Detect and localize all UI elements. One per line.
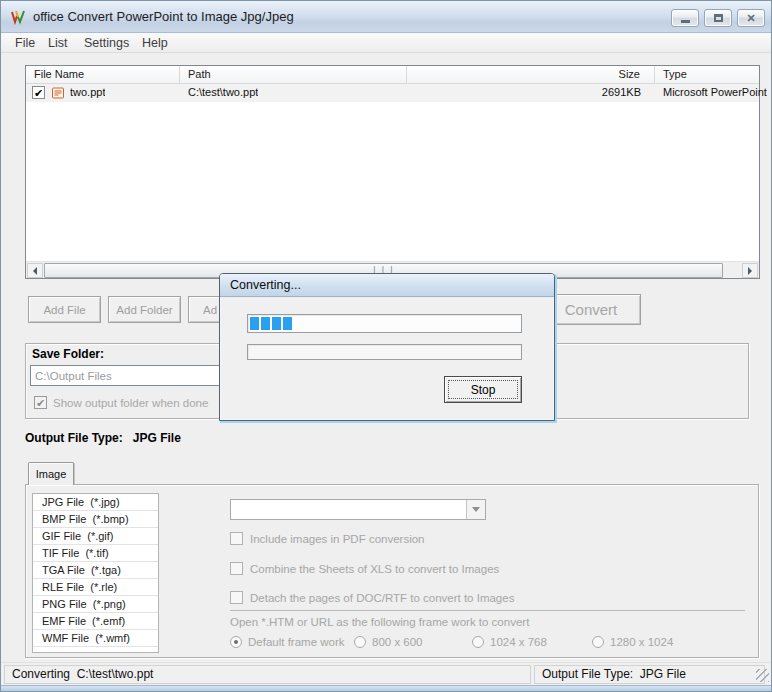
include-images-row[interactable]: Include images in PDF conversion [230,532,425,545]
radio-1280x1024-label: 1280 x 1024 [610,636,673,648]
cell-size: 2691KB [407,84,655,102]
radio-800x600-icon[interactable] [354,636,366,648]
menu-file[interactable]: File [15,36,35,50]
stop-button[interactable]: Stop [444,376,522,403]
minimize-button[interactable] [671,9,699,27]
file-list-header: File Name Path Size Type [26,66,759,84]
menu-list[interactable]: List [48,36,67,50]
options-separator [230,610,745,611]
scroll-right-button[interactable] [742,263,758,278]
radio-default-frame-label: Default frame work [248,636,345,648]
cell-path: C:\test\two.ppt [188,84,258,102]
radio-1024x768-icon[interactable] [472,636,484,648]
output-file-type-value: JPG File [133,431,181,445]
table-row[interactable]: two.ppt C:\test\two.ppt 2691KB Microsoft… [26,84,759,102]
list-item-wmf[interactable]: WMF File (*.wmf) [33,630,158,647]
window-controls: ✕ [671,9,765,27]
combobox-dropdown-button[interactable] [466,500,485,519]
close-icon: ✕ [746,13,755,24]
show-output-checkbox[interactable] [34,396,47,409]
quality-combobox[interactable] [230,499,486,520]
show-output-checkbox-row[interactable]: Show output folder when done [34,396,208,409]
output-file-type-line: Output File Type:JPG File [25,431,181,445]
powerpoint-file-icon [51,86,65,100]
radio-1024x768-label: 1024 x 768 [490,636,547,648]
column-header-path[interactable]: Path [180,66,407,84]
detach-pages-label: Detach the pages of DOC/RTF to convert t… [250,592,514,604]
list-item-emf[interactable]: EMF File (*.emf) [33,613,158,630]
radio-800x600[interactable]: 800 x 600 [354,636,423,648]
open-frame-label: Open *.HTM or URL as the following frame… [230,616,529,628]
progress-bar-current [247,314,522,333]
radio-default-frame-icon[interactable] [230,636,242,648]
chevron-down-icon [472,507,480,516]
progress-segments [250,317,294,330]
window-bottom-border [1,685,771,691]
detach-pages-checkbox[interactable] [230,591,243,604]
minimize-icon [681,20,690,23]
include-images-checkbox[interactable] [230,532,243,545]
list-item-tga[interactable]: TGA File (*.tga) [33,562,158,579]
image-options-pane: JPG File (*.jpg) BMP File (*.bmp) GIF Fi… [25,484,759,658]
scroll-left-button[interactable] [27,263,43,278]
list-item-png[interactable]: PNG File (*.png) [33,596,158,613]
save-folder-label: Save Folder: [32,347,104,361]
radio-800x600-label: 800 x 600 [372,636,423,648]
combine-sheets-row[interactable]: Combine the Sheets of XLS to convert to … [230,562,499,575]
radio-1280x1024[interactable]: 1280 x 1024 [592,636,673,648]
add-file-button[interactable]: Add File [28,296,101,323]
list-item-bmp[interactable]: BMP File (*.bmp) [33,511,158,528]
show-output-label: Show output folder when done [53,397,208,409]
list-item-tif[interactable]: TIF File (*.tif) [33,545,158,562]
combobox-value [231,504,235,516]
radio-1024x768[interactable]: 1024 x 768 [472,636,547,648]
combine-sheets-label: Combine the Sheets of XLS to convert to … [250,563,499,575]
format-listbox[interactable]: JPG File (*.jpg) BMP File (*.bmp) GIF Fi… [32,493,159,653]
menu-help[interactable]: Help [142,36,168,50]
window-title: office Convert PowerPoint to Image Jpg/J… [33,9,294,24]
convert-button[interactable]: Convert [541,294,641,325]
progress-bar-total [247,344,522,360]
scroll-left-icon [33,267,37,275]
column-header-file-name[interactable]: File Name [26,66,180,84]
maximize-button[interactable] [704,9,732,27]
maximize-icon [714,14,723,22]
status-output-type-text: Output File Type: JPG File [534,665,765,684]
output-file-type-label: Output File Type: [25,431,123,445]
app-icon [10,9,26,25]
status-converting-text: Converting C:\test\two.ppt [4,665,531,684]
app-window: office Convert PowerPoint to Image Jpg/J… [0,0,772,692]
menubar: File List Settings Help [1,33,771,53]
dialog-titlebar: Converting... [220,274,554,297]
file-list: File Name Path Size Type two.ppt C:\test… [25,65,760,279]
resize-grip[interactable] [756,669,769,682]
scroll-right-icon [748,267,752,275]
add-folder-button[interactable]: Add Folder [108,296,181,323]
list-item-gif[interactable]: GIF File (*.gif) [33,528,158,545]
list-item-rle[interactable]: RLE File (*.rle) [33,579,158,596]
menu-settings[interactable]: Settings [84,36,129,50]
radio-default-frame[interactable]: Default frame work [230,636,345,648]
cell-file-name: two.ppt [70,84,105,102]
column-header-type[interactable]: Type [655,66,759,84]
column-header-size[interactable]: Size [407,66,655,84]
combine-sheets-checkbox[interactable] [230,562,243,575]
status-bar: Converting C:\test\two.ppt Output File T… [1,662,771,685]
radio-1280x1024-icon[interactable] [592,636,604,648]
include-images-label: Include images in PDF conversion [250,533,425,545]
detach-pages-row[interactable]: Detach the pages of DOC/RTF to convert t… [230,591,514,604]
tab-image[interactable]: Image [28,462,74,485]
titlebar: office Convert PowerPoint to Image Jpg/J… [1,1,771,33]
list-item-jpg[interactable]: JPG File (*.jpg) [33,494,158,511]
row-checkbox[interactable] [32,86,45,99]
cell-type: Microsoft PowerPoint [663,84,767,102]
close-button[interactable]: ✕ [737,9,765,27]
converting-dialog: Converting... Stop [219,273,555,421]
